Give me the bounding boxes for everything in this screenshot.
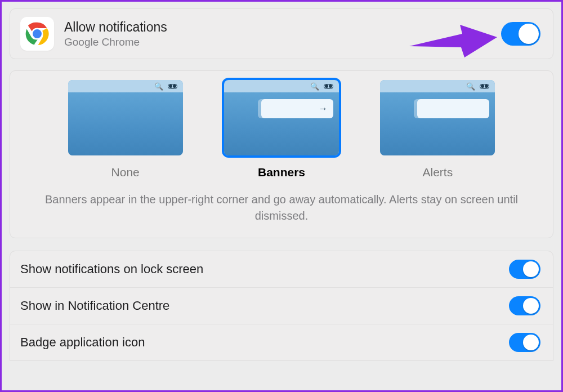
- search-icon: 🔍: [466, 82, 475, 91]
- alert-style-label: None: [111, 166, 140, 179]
- alert-style-thumb[interactable]: 🔍→: [224, 80, 339, 155]
- alert-style-option-none[interactable]: 🔍None: [68, 80, 183, 179]
- setting-row: Show in Notification Centre: [10, 288, 553, 324]
- chrome-icon: [20, 17, 54, 51]
- setting-toggle[interactable]: [509, 333, 540, 352]
- setting-label: Show notifications on lock screen: [20, 262, 203, 277]
- search-icon: 🔍: [310, 82, 319, 91]
- notification-settings-list: Show notifications on lock screenShow in…: [10, 251, 553, 361]
- alert-style-thumb[interactable]: 🔍: [380, 80, 495, 155]
- control-centre-icon: [324, 84, 333, 89]
- setting-row: Badge application icon: [10, 324, 553, 360]
- arrow-right-icon: →: [319, 104, 328, 114]
- alert-style-label: Alerts: [422, 166, 453, 179]
- banner-preview: →: [261, 99, 333, 118]
- alert-style-label: Banners: [258, 166, 305, 179]
- alert-style-option-alerts[interactable]: 🔍Alerts: [380, 80, 495, 179]
- search-icon: 🔍: [154, 82, 163, 91]
- alert-style-option-banners[interactable]: 🔍→Banners: [224, 80, 339, 179]
- setting-toggle[interactable]: [509, 296, 540, 315]
- setting-toggle[interactable]: [509, 260, 540, 279]
- alert-style-thumb[interactable]: 🔍: [68, 80, 183, 155]
- banner-preview: [417, 99, 489, 118]
- allow-notifications-text: Allow notifications Google Chrome: [64, 20, 167, 48]
- alert-style-panel: 🔍None🔍→Banners🔍Alerts Banners appear in …: [10, 70, 553, 238]
- allow-notifications-toggle[interactable]: [501, 22, 540, 46]
- alert-style-description: Banners appear in the upper-right corner…: [26, 191, 537, 224]
- setting-label: Badge application icon: [20, 335, 145, 350]
- app-name: Google Chrome: [64, 36, 167, 48]
- allow-notifications-card: Allow notifications Google Chrome: [10, 8, 553, 59]
- annotation-arrow-icon: [404, 6, 499, 68]
- control-centre-icon: [480, 84, 489, 89]
- setting-label: Show in Notification Centre: [20, 299, 169, 313]
- setting-row: Show notifications on lock screen: [10, 251, 553, 288]
- allow-notifications-title: Allow notifications: [64, 20, 167, 35]
- control-centre-icon: [168, 84, 177, 89]
